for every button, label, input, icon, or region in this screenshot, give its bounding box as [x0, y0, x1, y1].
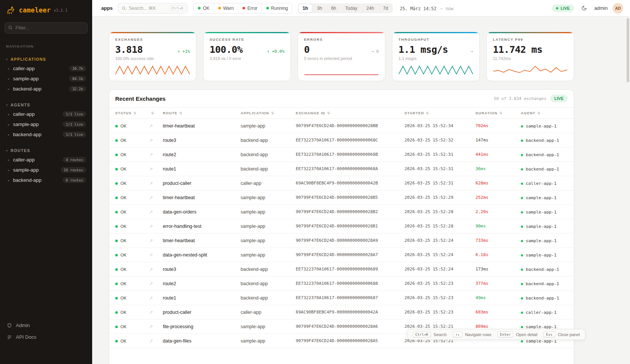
- scrollbar-thumb[interactable]: [627, 18, 629, 82]
- sidebar-item-caller-app[interactable]: ▸ caller-app 1/1 live: [0, 109, 92, 119]
- sort-icon[interactable]: ⇅: [133, 111, 137, 115]
- column-route[interactable]: ROUTE⇅: [159, 108, 237, 119]
- column-exchange-id[interactable]: EXCHANGE ID⇅: [292, 108, 401, 119]
- open-detail-icon[interactable]: ↗: [149, 338, 153, 344]
- status-ok-dot-icon: [115, 154, 118, 156]
- column-application[interactable]: APPLICATION⇅: [237, 108, 292, 119]
- open-detail-icon[interactable]: ↗: [149, 138, 153, 143]
- sort-icon[interactable]: ⇅: [271, 111, 275, 115]
- chevron-right-icon: ▸: [8, 87, 10, 91]
- cell-application: backend-app: [237, 276, 292, 291]
- open-detail-icon[interactable]: ↗: [149, 281, 153, 286]
- exchange-row[interactable]: OK ↗ data-gen-nested-split sample-app 90…: [109, 248, 574, 262]
- exchange-row[interactable]: OK ↗ route2 backend-app EE7322370A10617-…: [109, 147, 574, 162]
- cell-exchange-id: 90799F47E6CD24D-00000000000028A6: [292, 319, 401, 334]
- cell-status: OK: [109, 233, 145, 248]
- exchange-row[interactable]: OK ↗ timer-heartbeat sample-app 90799F47…: [109, 233, 574, 248]
- exchange-row[interactable]: OK ↗ product-caller caller-app 69AC90BF8…: [109, 176, 574, 190]
- exchange-row[interactable]: OK ↗ error-handling-test sample-app 9079…: [109, 219, 574, 233]
- exchange-row[interactable]: OK ↗ route3 backend-app EE7322370A10617-…: [109, 262, 574, 276]
- open-detail-icon[interactable]: ↗: [149, 209, 153, 215]
- open-detail-icon[interactable]: ↗: [149, 238, 153, 243]
- sort-icon[interactable]: ⇅: [179, 111, 183, 115]
- open-detail-icon[interactable]: ↗: [149, 181, 153, 186]
- date-range[interactable]: 25. März 14:52 — now: [400, 5, 453, 12]
- column-agent[interactable]: AGENT⇅: [517, 108, 574, 119]
- cell-duration: 36ms: [472, 162, 517, 176]
- time-range-7d[interactable]: 7d: [379, 4, 392, 12]
- status-filter-running[interactable]: Running: [262, 3, 292, 13]
- column-status[interactable]: STATUS⇅: [109, 108, 145, 119]
- sidebar-item-admin[interactable]: Admin: [7, 323, 85, 328]
- open-detail-icon[interactable]: ↗: [149, 224, 153, 229]
- global-search[interactable]: Search... ⌘K Ctrl+K: [118, 3, 188, 14]
- app-logo[interactable]: cameleer v3.2.1: [0, 0, 92, 19]
- cell-started: 2026-03-25 15:52:31: [401, 176, 472, 190]
- time-range-3h[interactable]: 3h: [313, 4, 326, 12]
- sort-icon[interactable]: ⇅: [426, 111, 429, 115]
- cell-agent: backend-app-1: [517, 291, 574, 305]
- time-range-1h[interactable]: 1h: [298, 4, 312, 12]
- sidebar-item-caller-app[interactable]: ▸ caller-app 10.7k: [0, 63, 92, 74]
- sidebar-item-sample-app[interactable]: ▸ sample-app 16 routes: [0, 165, 92, 175]
- status-filter-ok[interactable]: OK: [194, 3, 213, 13]
- open-detail-icon[interactable]: ↗: [149, 123, 153, 129]
- sort-icon[interactable]: ⇅: [327, 111, 330, 115]
- live-indicator[interactable]: LIVE: [552, 5, 574, 12]
- sort-icon[interactable]: ⇅: [151, 111, 154, 115]
- exchange-row[interactable]: OK ↗ timer-heartbeat sample-app 90799F47…: [109, 119, 574, 133]
- time-range-6h[interactable]: 6h: [327, 4, 340, 12]
- sidebar-item-backend-app[interactable]: ▸ backend-app 1/1 live: [0, 129, 92, 140]
- exchange-row[interactable]: OK ↗ product-caller caller-app 69AC90BF8…: [109, 305, 574, 319]
- time-range-24h[interactable]: 24h: [362, 4, 378, 12]
- cell-application: sample-app: [237, 119, 292, 133]
- status-filter-group: OK Warn Error Running: [193, 3, 292, 14]
- panel-live-badge[interactable]: LIVE: [550, 95, 568, 102]
- sort-icon[interactable]: ⇅: [537, 111, 541, 115]
- status-ok-dot-icon: [115, 225, 118, 228]
- open-detail-icon[interactable]: ↗: [149, 195, 153, 200]
- search-placeholder: Search... ⌘K: [129, 6, 166, 11]
- dark-mode-toggle[interactable]: [579, 3, 590, 14]
- open-detail-icon[interactable]: ↗: [149, 252, 153, 258]
- sidebar-item-sample-app[interactable]: ▸ sample-app 84.1k: [0, 74, 92, 84]
- sidebar-section-header[interactable]: ▾ AGENTS: [0, 101, 92, 109]
- sidebar-item-sample-app[interactable]: ▸ sample-app 1/1 live: [0, 119, 92, 129]
- sidebar-item-backend-app[interactable]: ▸ backend-app 6 routes: [0, 175, 92, 185]
- open-detail-icon[interactable]: ↗: [149, 166, 153, 172]
- open-detail-icon[interactable]: ↗: [149, 152, 153, 157]
- column-open[interactable]: ⇅: [145, 108, 159, 119]
- sidebar-item-badge: 16 routes: [61, 167, 86, 173]
- sidebar-item-backend-app[interactable]: ▸ backend-app 32.2k: [0, 84, 92, 94]
- exchange-row[interactable]: OK ↗ route1 backend-app EE7322370A10617-…: [109, 162, 574, 176]
- exchange-row[interactable]: OK ↗ data-gen-orders sample-app 90799F47…: [109, 205, 574, 219]
- chevron-right-icon: ▸: [8, 67, 10, 71]
- open-detail-icon[interactable]: ↗: [149, 310, 153, 315]
- sidebar-section-header[interactable]: ▾ APPLICATIONS: [0, 55, 92, 63]
- cell-agent: backend-app-1: [517, 147, 574, 162]
- exchange-count-summary: 50 of 3.834 exchanges: [494, 96, 546, 101]
- exchange-row[interactable]: OK ↗ route3 backend-app EE7322370A10617-…: [109, 133, 574, 147]
- user-avatar[interactable]: AD: [613, 3, 623, 14]
- stat-card-errors: ERRORS 0 → 0 0 errors in selected period: [298, 32, 385, 81]
- time-range-today[interactable]: Today: [341, 4, 361, 12]
- exchange-row[interactable]: OK ↗ route2 backend-app EE7322370A10617-…: [109, 276, 574, 291]
- status-filter-warn[interactable]: Warn: [214, 3, 238, 13]
- open-detail-icon[interactable]: ↗: [149, 295, 153, 301]
- filter-input[interactable]: [5, 22, 88, 34]
- cell-status: OK: [109, 190, 145, 205]
- chevron-right-icon: ▸: [8, 158, 10, 162]
- sidebar-item-api-docs[interactable]: API Docs: [7, 334, 85, 340]
- column-started[interactable]: STARTED⇅: [401, 108, 472, 119]
- sidebar-section-header[interactable]: ▾ ROUTES: [0, 146, 92, 155]
- sort-icon[interactable]: ⇅: [499, 111, 503, 115]
- status-filter-label: Error: [247, 6, 258, 11]
- open-detail-icon[interactable]: ↗: [149, 324, 153, 329]
- open-detail-icon[interactable]: ↗: [149, 267, 153, 272]
- exchange-row[interactable]: OK ↗ timer-heartbeat sample-app 90799F47…: [109, 190, 574, 205]
- status-filter-error[interactable]: Error: [238, 3, 262, 13]
- sidebar-item-label: sample-app: [13, 121, 39, 127]
- exchange-row[interactable]: OK ↗ route1 backend-app EE7322370A10617-…: [109, 291, 574, 305]
- column-duration[interactable]: DURATION⇅: [472, 108, 517, 119]
- sidebar-item-caller-app[interactable]: ▸ caller-app 4 routes: [0, 155, 92, 165]
